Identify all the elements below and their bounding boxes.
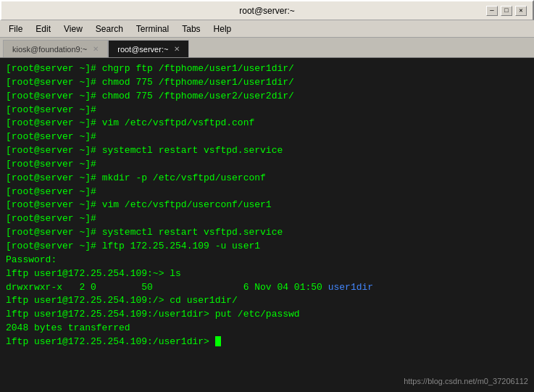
terminal-line: Password: [6,254,528,267]
terminal-line: [root@server ~]# [6,130,528,144]
terminal-line: [root@server ~]# mkdir -p /etc/vsftpd/us… [6,172,528,185]
window-controls: ─ □ ✕ [486,6,527,16]
terminal-line: [root@server ~]# chmod 775 /ftphome/user… [6,90,528,104]
terminal-line: [root@server ~]# chmod 775 /ftphome/user… [6,76,528,90]
terminal-line: [root@server ~]# chgrp ftp /ftphome/user… [6,62,528,76]
tab-root-close[interactable]: ✕ [174,45,180,53]
title-bar: root@server:~ ─ □ ✕ [0,0,534,20]
terminal-line: drwxrwxr-x 2 0 50 6 Nov 04 01:50 user1di… [6,281,528,295]
minimize-button[interactable]: ─ [486,6,498,16]
terminal-line: [root@server ~]# vim /etc/vsftpd/vsftpd.… [6,117,528,130]
terminal-line: [root@server ~]# [6,104,528,117]
terminal-line: lftp user1@172.25.254.109:/user1dir> put… [6,308,528,322]
terminal-line: [root@server ~]# systemctl restart vsftp… [6,144,528,158]
tab-kiosk[interactable]: kiosk@foundation9:~ ✕ [3,40,108,57]
terminal-line: [root@server ~]# [6,212,528,226]
menu-view[interactable]: View [58,22,88,36]
terminal-area[interactable]: [root@server ~]# chgrp ftp /ftphome/user… [0,58,534,392]
terminal-line: [root@server ~]# lftp 172.25.254.109 -u … [6,240,528,254]
close-button[interactable]: ✕ [515,6,527,16]
watermark: https://blog.csdn.net/m0_37206112 [404,376,528,388]
terminal-line: lftp user1@172.25.254.109:~> ls [6,267,528,281]
tab-root[interactable]: root@server:~ ✕ [108,40,189,57]
window-title: root@server:~ [48,6,486,16]
tab-kiosk-label: kiosk@foundation9:~ [12,45,87,54]
tab-kiosk-close[interactable]: ✕ [93,45,99,53]
menu-tabs[interactable]: Tabs [176,22,206,36]
maximize-button[interactable]: □ [501,6,512,16]
menu-help[interactable]: Help [208,22,238,36]
menu-terminal[interactable]: Terminal [130,22,175,36]
terminal-line: 2048 bytes transferred [6,322,528,335]
tabs-bar: kiosk@foundation9:~ ✕ root@server:~ ✕ [0,38,534,58]
terminal-line: lftp user1@172.25.254.109:/user1dir> [6,335,528,349]
terminal-cursor [215,336,221,346]
tab-root-label: root@server:~ [117,45,168,54]
terminal-line: [root@server ~]# vim /etc/vsftpd/usercon… [6,199,528,212]
menu-bar: File Edit View Search Terminal Tabs Help [0,20,534,38]
menu-edit[interactable]: Edit [30,22,57,36]
terminal-line: [root@server ~]# [6,158,528,172]
menu-search[interactable]: Search [90,22,129,36]
terminal-line: lftp user1@172.25.254.109:/> cd user1dir… [6,294,528,308]
terminal-line: [root@server ~]# [6,185,528,199]
terminal-line: [root@server ~]# systemctl restart vsftp… [6,226,528,240]
menu-file[interactable]: File [3,22,28,36]
